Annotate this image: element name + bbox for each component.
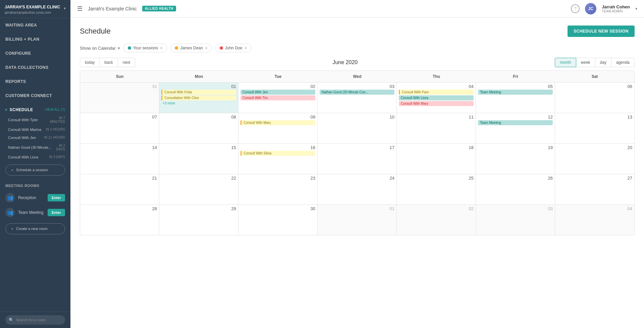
room-enter-button-team-meeting[interactable]: Enter xyxy=(48,209,65,216)
room-icon-reception: 👥 xyxy=(5,193,15,202)
calendar-header-row: Sun Mon Tue Wed Thu Fri Sat xyxy=(80,71,634,83)
john-doe-remove-icon[interactable]: × xyxy=(244,46,247,50)
james-dean-remove-icon[interactable]: × xyxy=(205,46,208,50)
sidebar-nav-waiting-area[interactable]: WAITING AREA xyxy=(0,18,70,32)
sidebar: JARRAH'S EXAMPLE CLINIC jarrahsexamplecl… xyxy=(0,0,70,328)
cal-day[interactable]: 04 Consult With Pam Consult With Liora C… xyxy=(397,83,476,113)
today-button[interactable]: today xyxy=(80,58,100,67)
cal-event[interactable]: Consultation With Clive xyxy=(161,95,236,100)
filter-chip-your-sessions[interactable]: Your sessions × xyxy=(123,44,167,52)
cal-day[interactable]: 07 xyxy=(80,113,159,143)
schedule-item[interactable]: Consult With Marina IN 2 HOURS xyxy=(0,126,70,134)
cal-event[interactable]: Consult With Frida xyxy=(161,90,236,95)
cal-day[interactable]: 02 Consult With Jen Consult With Tim xyxy=(238,83,318,113)
cal-day[interactable]: 21 xyxy=(80,174,159,204)
cal-day[interactable]: 31 xyxy=(80,83,159,113)
cal-day[interactable]: 23 xyxy=(238,174,318,204)
view-week-button[interactable]: week xyxy=(576,58,595,67)
cal-event[interactable]: Consult With Jen xyxy=(240,90,315,95)
cal-event[interactable]: Consult With Pam xyxy=(399,90,474,95)
view-month-button[interactable]: month xyxy=(555,58,576,67)
schedule-page-header: Schedule SCHEDULE NEW SESSION xyxy=(80,26,635,37)
view-day-button[interactable]: day xyxy=(595,58,611,67)
sidebar-nav-configure[interactable]: CONFIGURE xyxy=(0,46,70,60)
header-wed: Wed xyxy=(318,71,397,82)
page-title: Schedule xyxy=(80,27,111,36)
cal-day[interactable]: 29 xyxy=(159,205,238,235)
cal-day[interactable]: 04 xyxy=(555,205,634,235)
cal-day[interactable]: 11 xyxy=(397,113,476,143)
help-button[interactable]: ? xyxy=(571,4,580,13)
calendar-filter-chevron-icon: ▾ xyxy=(118,46,120,51)
sidebar-nav-customer-connect[interactable]: CUSTOMER CONNECT xyxy=(0,89,70,103)
sidebar-search-area: 🔍 xyxy=(0,312,70,328)
schedule-item[interactable]: Consult With Jen IN 21 HOURS xyxy=(0,134,70,142)
sidebar-nav-reports[interactable]: REPORTS xyxy=(0,75,70,89)
cal-event[interactable]: Consult With Mary xyxy=(399,101,474,106)
cal-more[interactable]: +3 more xyxy=(161,101,236,105)
cal-day[interactable]: 26 xyxy=(476,174,555,204)
sidebar-header[interactable]: JARRAH'S EXAMPLE CLINIC jarrahsexamplecl… xyxy=(0,0,70,18)
top-nav: ☰ Jarrah's Example Clinic ALLIED HEALTH … xyxy=(70,0,644,17)
sidebar-nav-data-collections[interactable]: DATA COLLECTIONS xyxy=(0,60,70,75)
cal-day[interactable]: 20 xyxy=(555,144,634,174)
schedule-session-button[interactable]: ＋ Schedule a session xyxy=(5,165,65,176)
cal-day[interactable]: 22 xyxy=(159,174,238,204)
sidebar-nav-billing[interactable]: BILLING + PLAN xyxy=(0,32,70,46)
cal-day[interactable]: 25 xyxy=(397,174,476,204)
cal-day[interactable]: 05 Team Meeting xyxy=(476,83,555,113)
cal-day[interactable]: 03 Nathan Good (30 Minute Con... xyxy=(318,83,397,113)
cal-day[interactable]: 15 xyxy=(159,144,238,174)
schedule-item[interactable]: Consult With Tyler IN 7MINUTES xyxy=(0,114,70,126)
cal-day[interactable]: 08 xyxy=(159,113,238,143)
cal-day[interactable]: 03 xyxy=(476,205,555,235)
create-room-button[interactable]: ＋ Create a new room xyxy=(5,223,65,234)
cal-event[interactable]: Consult With Silvia xyxy=(240,151,315,156)
cal-day[interactable]: 12 Team Meeting xyxy=(476,113,555,143)
schedule-new-session-button[interactable]: SCHEDULE NEW SESSION xyxy=(568,26,635,37)
cal-day[interactable]: 17 xyxy=(318,144,397,174)
hamburger-icon[interactable]: ☰ xyxy=(77,5,83,12)
cal-event[interactable]: Nathan Good (30 Minute Con... xyxy=(320,90,394,95)
your-sessions-remove-icon[interactable]: × xyxy=(160,46,163,50)
show-on-calendar-dropdown[interactable]: Show on Calendar ▾ xyxy=(80,46,120,51)
filter-chip-john-doe[interactable]: John Doe × xyxy=(215,44,252,52)
cal-day[interactable]: 27 xyxy=(555,174,634,204)
filter-chip-james-dean[interactable]: James Dean × xyxy=(170,44,212,52)
cal-day[interactable]: 01 Consult With Frida Consultation With … xyxy=(159,83,238,113)
cal-day[interactable]: 06 xyxy=(555,83,634,113)
cal-event[interactable]: Team Meeting xyxy=(478,90,553,95)
cal-day[interactable]: 10 xyxy=(318,113,397,143)
room-enter-button-reception[interactable]: Enter xyxy=(48,194,65,201)
cal-day[interactable]: 09 Consult With Mary xyxy=(238,113,318,143)
cal-day[interactable]: 16 Consult With Silvia xyxy=(238,144,318,174)
schedule-item[interactable]: Nathan Good (30 Minute... IN 2DAYS xyxy=(0,142,70,153)
back-button[interactable]: back xyxy=(99,58,118,67)
cal-event[interactable]: Team Meeting xyxy=(478,120,553,125)
cal-day[interactable]: 28 xyxy=(80,205,159,235)
user-avatar: JC xyxy=(585,3,596,14)
schedule-item[interactable]: Consult With Liora IN 3 DAYS xyxy=(0,153,70,161)
search-room-input[interactable] xyxy=(5,315,65,325)
user-menu-chevron-icon[interactable]: ▾ xyxy=(635,6,637,11)
cal-event[interactable]: Consult With Liora xyxy=(399,95,474,100)
next-button[interactable]: next xyxy=(118,58,136,67)
cal-event[interactable]: Consult With Tim xyxy=(240,95,315,100)
cal-event[interactable]: Consult With Mary xyxy=(240,120,315,125)
cal-day[interactable]: 13 xyxy=(555,113,634,143)
cal-day[interactable]: 30 xyxy=(238,205,318,235)
header-sat: Sat xyxy=(555,71,634,82)
schedule-view-all[interactable]: VIEW ALL (7) xyxy=(45,108,65,111)
cal-day[interactable]: 14 xyxy=(80,144,159,174)
cal-day[interactable]: 19 xyxy=(476,144,555,174)
room-name-team-meeting: Team Meeting xyxy=(18,210,44,215)
cal-day[interactable]: 18 xyxy=(397,144,476,174)
week-row: 28 29 30 01 02 03 04 xyxy=(80,205,634,235)
header-fri: Fri xyxy=(476,71,555,82)
cal-day[interactable]: 01 xyxy=(318,205,397,235)
cal-day[interactable]: 24 xyxy=(318,174,397,204)
view-agenda-button[interactable]: agenda xyxy=(611,58,635,67)
cal-day[interactable]: 02 xyxy=(397,205,476,235)
user-role: TEAM ADMIN xyxy=(602,9,630,13)
calendar-filters: Show on Calendar ▾ Your sessions × James… xyxy=(80,44,635,52)
